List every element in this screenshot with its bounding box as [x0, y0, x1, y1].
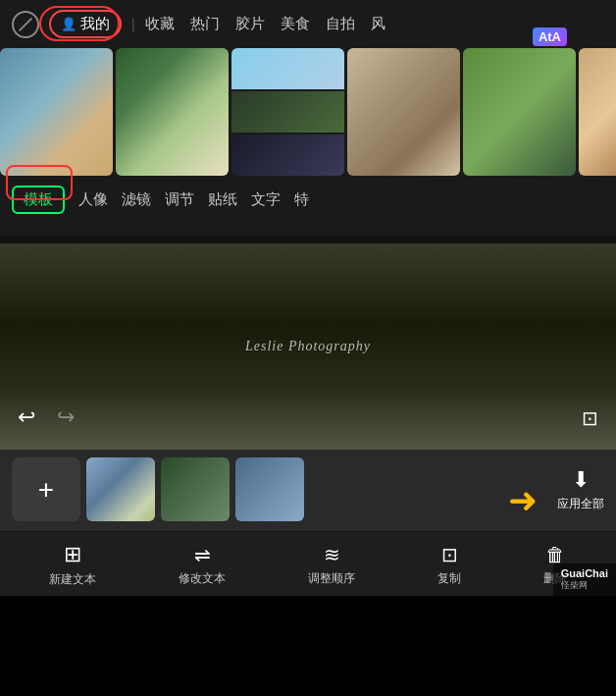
- tool-reorder[interactable]: ≋ 调整顺序: [308, 543, 355, 587]
- grid-image-1[interactable]: [0, 48, 113, 176]
- template-item-portrait[interactable]: 人像: [78, 190, 108, 209]
- bottom-toolbar: ⊞ 新建文本 ⇌ 修改文本 ≋ 调整顺序 ⊡ 复制 🗑 删除: [0, 529, 616, 596]
- nav-bar: 👤 我的 | 收藏 热门 胶片 美食 自拍 风: [0, 0, 616, 48]
- add-icon: +: [38, 474, 54, 506]
- add-thumbnail-button[interactable]: +: [12, 457, 80, 521]
- thumbnail-strip-container: + ⬇ 应用全部 ➜: [0, 450, 616, 529]
- duplicate-label: 复制: [437, 570, 461, 587]
- watermark-brand: GuaiChai: [561, 567, 608, 579]
- grid-image-5[interactable]: [463, 48, 576, 176]
- nav-item-collect[interactable]: 收藏: [145, 15, 175, 33]
- grid-image-3-group[interactable]: [231, 48, 344, 176]
- preview-area: Leslie Photography ↩ ↪ ⊡: [0, 243, 616, 450]
- apply-download-icon: ⬇: [572, 467, 590, 493]
- template-label: 模板: [24, 190, 53, 207]
- edit-text-icon: ⇌: [194, 543, 211, 566]
- preview-text: Leslie Photography: [245, 339, 371, 354]
- grid-sub-image-3: [231, 134, 344, 176]
- watermark-sub: 怪柴网: [561, 579, 608, 592]
- tool-duplicate[interactable]: ⊡ 复制: [437, 543, 461, 587]
- grid-image-4[interactable]: [347, 48, 460, 176]
- top-section: 👤 我的 | 收藏 热门 胶片 美食 自拍 风: [0, 0, 616, 236]
- thumbnail-3[interactable]: [235, 457, 304, 521]
- grid-image-2[interactable]: [116, 48, 229, 176]
- tool-new-text[interactable]: ⊞ 新建文本: [49, 542, 96, 588]
- redo-button[interactable]: ↪: [57, 404, 75, 430]
- grid-image-6[interactable]: [579, 48, 616, 176]
- reorder-icon: ≋: [324, 543, 340, 566]
- undo-button[interactable]: ↩: [18, 404, 35, 430]
- mine-label: 我的: [80, 15, 110, 33]
- template-item-sticker[interactable]: 贴纸: [208, 190, 237, 209]
- new-text-icon: ⊞: [64, 542, 81, 567]
- nav-items: 收藏 热门 胶片 美食 自拍 风: [145, 15, 385, 33]
- template-item-adjust[interactable]: 调节: [165, 190, 194, 209]
- template-item-text[interactable]: 文字: [251, 190, 281, 209]
- reorder-label: 调整顺序: [308, 570, 355, 587]
- nav-item-food[interactable]: 美食: [281, 15, 310, 33]
- mine-tab[interactable]: 👤 我的: [49, 10, 122, 38]
- tool-edit-text[interactable]: ⇌ 修改文本: [179, 543, 226, 587]
- ban-icon[interactable]: [12, 11, 39, 38]
- grid-sub-image-1: [231, 48, 344, 89]
- nav-item-selfie[interactable]: 自拍: [326, 15, 355, 33]
- ata-badge: AtA: [533, 27, 567, 46]
- edit-text-label: 修改文本: [179, 570, 226, 587]
- nav-divider: |: [131, 17, 135, 32]
- apply-all-button[interactable]: ⬇ 应用全部: [557, 467, 604, 512]
- person-icon: 👤: [61, 17, 77, 31]
- yellow-arrow-annotation: ➜: [508, 480, 538, 521]
- bottom-section: Leslie Photography ↩ ↪ ⊡ + ⬇ 应用全部 ➜: [0, 243, 616, 596]
- image-grid: [0, 48, 616, 176]
- thumbnail-1[interactable]: [86, 457, 155, 521]
- template-item-filter[interactable]: 滤镜: [122, 190, 151, 209]
- nav-item-film[interactable]: 胶片: [235, 15, 265, 33]
- template-tab-active[interactable]: 模板: [12, 186, 65, 214]
- section-divider: [0, 236, 616, 243]
- duplicate-icon: ⊡: [441, 543, 458, 566]
- apply-all-label: 应用全部: [557, 496, 604, 512]
- nav-item-wind[interactable]: 风: [371, 15, 385, 33]
- thumbnail-2[interactable]: [161, 457, 230, 521]
- nav-item-hot[interactable]: 热门: [190, 15, 220, 33]
- watermark: GuaiChai 怪柴网: [553, 563, 616, 596]
- crop-button[interactable]: ⊡: [582, 406, 598, 430]
- template-item-special[interactable]: 特: [294, 190, 309, 209]
- template-bar: 模板 人像 滤镜 调节 贴纸 文字 特: [0, 176, 616, 224]
- grid-sub-image-2: [231, 91, 344, 133]
- new-text-label: 新建文本: [49, 571, 96, 588]
